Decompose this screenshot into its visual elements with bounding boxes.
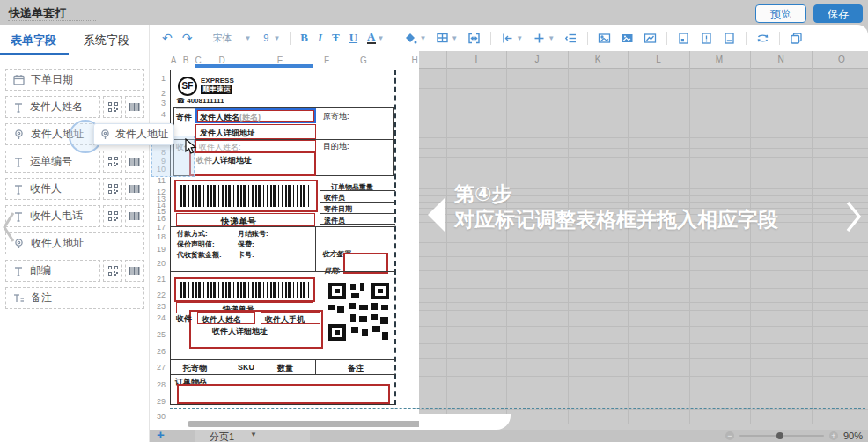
column-header[interactable]: G [360, 55, 367, 65]
column-header[interactable]: A [171, 55, 177, 65]
undo-icon[interactable]: ↶ [162, 31, 173, 45]
column-header[interactable]: H [411, 55, 417, 65]
borders-icon[interactable]: ▼ [436, 32, 458, 45]
row-header[interactable]: 2 [150, 89, 166, 98]
row-header[interactable]: 17 [150, 223, 166, 232]
collapse-sidebar-icon[interactable] [1, 210, 17, 245]
italic-button[interactable]: I [318, 31, 322, 45]
page-tab[interactable]: 分页1 ▼ [195, 430, 310, 442]
row-header[interactable]: 19 [150, 245, 166, 254]
refresh-icon[interactable] [756, 32, 769, 45]
receiver-address-cell[interactable]: 收件人详细地址 [189, 151, 316, 176]
barcode-option-icon[interactable] [125, 178, 144, 200]
waybill2-barcode-cell[interactable] [174, 277, 315, 302]
card-label: 卡号: [238, 250, 254, 260]
row-header[interactable]: 18 [150, 232, 166, 241]
barcode-option-icon[interactable] [125, 205, 144, 227]
waybill-caption-cell[interactable]: 快递单号 [176, 213, 315, 226]
doc-color-icon[interactable] [677, 32, 690, 45]
sidebar-field[interactable]: 运单编号 [5, 151, 100, 173]
underline-button[interactable]: U [349, 31, 357, 45]
sender-address-cell[interactable]: 发件人详细地址 [195, 124, 316, 139]
fill-color-icon[interactable]: ▼ [404, 32, 426, 45]
barcode-option-icon[interactable] [125, 151, 144, 173]
doc-mark-icon[interactable] [700, 32, 713, 45]
zoom-slider[interactable] [739, 435, 824, 437]
strikethrough-button[interactable]: Ŧ [332, 31, 340, 45]
dim-column-header: J [535, 55, 540, 64]
gridline [812, 51, 813, 424]
chevron-down-icon[interactable]: ▼ [250, 431, 257, 438]
row-header[interactable]: 30 [150, 412, 166, 421]
field-row: 邮编 [5, 260, 144, 282]
qr-option-icon[interactable] [103, 178, 122, 200]
sidebar-field[interactable]: 收件人地址 [5, 232, 144, 254]
row-header[interactable]: 11 [150, 176, 166, 185]
font-family-select[interactable]: 宋体▼ [212, 32, 251, 45]
receiver2-phone-cell[interactable]: 收件人手机 [261, 312, 320, 324]
insert-image-icon[interactable] [598, 32, 611, 45]
sidebar-field-label: 邮编 [30, 263, 51, 278]
row-header[interactable]: 24 [150, 313, 166, 322]
qr-option-icon[interactable] [103, 260, 122, 282]
row-header[interactable]: 3 [150, 99, 166, 107]
sidebar-field[interactable]: 下单日期 [5, 69, 144, 91]
row-header[interactable]: 4 [150, 110, 166, 119]
sender-name-cell[interactable]: 发件人姓名(姓名) [195, 108, 316, 123]
qr-option-icon[interactable] [103, 151, 122, 173]
sidebar-field[interactable]: 发件人姓名 [5, 96, 100, 118]
prev-step-arrow-icon[interactable] [428, 198, 445, 232]
design-canvas[interactable]: ABCDEFGH 1234678910111213141516171819202… [150, 51, 419, 430]
outdent-icon[interactable] [564, 32, 577, 45]
sidebar-field[interactable]: 邮编 [5, 260, 100, 282]
row-header[interactable]: 27 [150, 363, 166, 372]
sidebar-field[interactable]: 收件人电话 [5, 205, 100, 227]
row-header[interactable]: 25 [150, 330, 166, 339]
sidebar-field[interactable]: 备注 [5, 287, 144, 309]
row-header[interactable]: 23 [150, 302, 166, 311]
font-size-select[interactable]: 9▼ [261, 33, 280, 43]
row-header[interactable]: 21 [150, 275, 166, 284]
row-header[interactable]: 1 [150, 74, 166, 83]
barcode-option-icon[interactable] [125, 260, 144, 282]
receiver-name-cell[interactable]: 收件人姓名: [195, 140, 316, 151]
row-header[interactable]: 26 [150, 347, 166, 356]
waybill-barcode-cell[interactable] [174, 180, 318, 212]
row-header[interactable]: 28 [150, 380, 166, 389]
align-icon[interactable]: ▼ [501, 32, 523, 45]
barcode-option-icon[interactable] [125, 96, 144, 118]
gridline [419, 326, 868, 327]
font-color-button[interactable]: A▼ [367, 32, 384, 44]
merge-cells-icon[interactable] [467, 32, 481, 45]
next-step-arrow-icon[interactable] [845, 200, 863, 233]
row-header[interactable]: 16 [150, 214, 166, 223]
redo-icon[interactable]: ↷ [182, 31, 193, 45]
tab-form-fields[interactable]: 表单字段 [11, 33, 56, 48]
zoom-out-icon[interactable]: − [725, 431, 734, 440]
horizontal-scrollbar[interactable] [188, 421, 452, 427]
order-items-cell[interactable] [177, 384, 390, 404]
row-header[interactable]: 29 [150, 397, 166, 406]
copy-icon[interactable] [790, 32, 803, 45]
field-sidebar: 表单字段 系统字段 下单日期 发件人姓名 发件人地址 [0, 25, 150, 442]
zoom-in-icon[interactable]: + [829, 431, 838, 440]
column-header[interactable]: F [324, 55, 329, 65]
tab-system-fields[interactable]: 系统字段 [84, 33, 129, 48]
doc-footer-icon[interactable] [723, 32, 736, 45]
preview-button[interactable]: 预览 [755, 4, 806, 23]
qr-option-icon[interactable] [103, 205, 122, 227]
sidebar-field[interactable]: 收件人 [5, 178, 100, 200]
qr-option-icon[interactable] [103, 96, 122, 118]
add-page-button[interactable]: + [157, 427, 165, 442]
row-header[interactable]: 22 [150, 291, 166, 299]
row-header[interactable]: 20 [150, 259, 166, 268]
image-fill-icon[interactable] [621, 32, 634, 45]
label-template[interactable]: SF EXPRESS 顺丰速运 ☎ 4008111111 寄件 发件人姓名(姓名… [170, 70, 396, 405]
column-header[interactable]: B [183, 55, 189, 65]
bold-button[interactable]: B [300, 31, 308, 45]
receiver2-name-cell[interactable]: 收件人姓名 [197, 312, 255, 324]
zoom-knob[interactable] [776, 432, 783, 439]
save-button[interactable]: 保存 [813, 4, 863, 23]
image-chart-icon[interactable] [644, 32, 657, 45]
insert-icon[interactable]: ▼ [533, 32, 555, 45]
